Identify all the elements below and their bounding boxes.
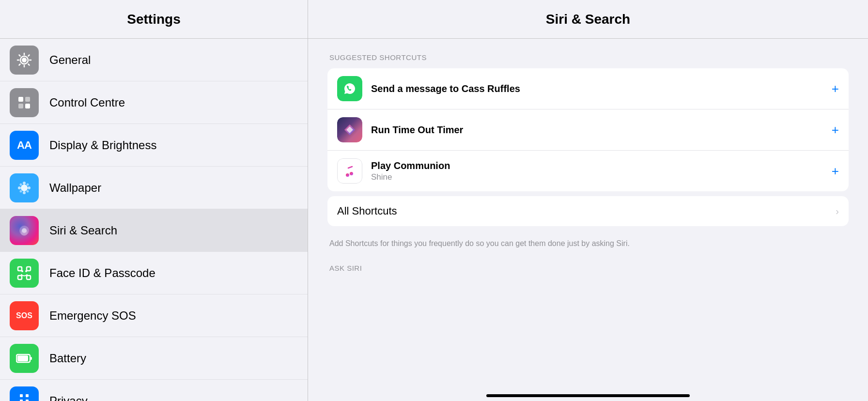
settings-header: Settings: [0, 0, 308, 39]
privacy-icon: [10, 386, 39, 401]
shortcut-text-music: Play Communion Shine: [371, 160, 827, 182]
sos-icon: SOS: [10, 301, 39, 330]
display-icon: AA: [10, 131, 39, 160]
svg-point-37: [350, 172, 353, 175]
control-icon: [10, 88, 39, 117]
shortcuts-app-icon: [337, 117, 362, 142]
svg-point-0: [22, 58, 27, 62]
svg-point-6: [21, 185, 28, 191]
sidebar-item-display[interactable]: AA Display & Brightness: [0, 124, 308, 167]
sidebar-label-faceid: Face ID & Passcode: [49, 266, 155, 280]
sidebar-item-privacy[interactable]: Privacy: [0, 380, 308, 401]
svg-rect-26: [31, 357, 32, 360]
svg-point-10: [28, 186, 31, 189]
svg-rect-19: [27, 267, 31, 271]
svg-rect-4: [18, 104, 23, 108]
sidebar-item-wallpaper[interactable]: Wallpaper: [0, 167, 308, 209]
svg-point-17: [22, 228, 27, 233]
settings-list: General Control Centre AA Display & Brig…: [0, 39, 308, 401]
svg-point-9: [18, 186, 21, 189]
svg-rect-28: [20, 400, 23, 401]
svg-rect-2: [18, 97, 23, 102]
svg-point-12: [27, 183, 29, 185]
sidebar-item-siri[interactable]: Siri & Search: [0, 209, 308, 252]
svg-rect-31: [26, 400, 29, 401]
sidebar-label-battery: Battery: [49, 352, 86, 365]
faceid-icon: [10, 259, 39, 288]
svg-rect-5: [25, 104, 30, 108]
shortcut-item-shortcuts[interactable]: Run Time Out Timer +: [327, 109, 849, 151]
detail-panel: Siri & Search SUGGESTED SHORTCUTS: [308, 0, 868, 401]
sidebar-label-sos: Emergency SOS: [49, 309, 136, 323]
home-indicator: [486, 394, 690, 397]
svg-point-36: [346, 173, 349, 177]
whatsapp-app-icon: [337, 76, 362, 101]
sidebar-label-display: Display & Brightness: [49, 139, 156, 152]
svg-point-13: [20, 190, 22, 192]
sidebar-label-general: General: [49, 53, 91, 67]
all-shortcuts-card: All Shortcuts ›: [327, 196, 849, 226]
battery-icon: [10, 344, 39, 373]
svg-point-14: [27, 190, 29, 192]
all-shortcuts-title: All Shortcuts: [337, 205, 831, 217]
svg-point-23: [25, 270, 27, 272]
shortcut-title-shortcuts: Run Time Out Timer: [371, 124, 827, 136]
general-icon: [10, 46, 39, 75]
chevron-right-icon: ›: [836, 206, 839, 217]
add-shortcut-whatsapp[interactable]: +: [832, 81, 839, 96]
ask-siri-label: ASK SIRI: [327, 264, 849, 272]
shortcut-item-music[interactable]: Play Communion Shine +: [327, 151, 849, 191]
shortcut-subtitle-music: Shine: [371, 172, 827, 182]
shortcut-text-shortcuts: Run Time Out Timer: [371, 124, 827, 136]
svg-rect-18: [18, 267, 22, 271]
music-app-icon: [337, 158, 362, 184]
svg-rect-30: [26, 394, 29, 397]
settings-sidebar: Settings General: [0, 0, 308, 401]
whatsapp-icon-bg: [337, 76, 362, 101]
add-shortcut-shortcuts[interactable]: +: [832, 123, 839, 138]
sidebar-item-sos[interactable]: SOS Emergency SOS: [0, 294, 308, 337]
sidebar-item-faceid[interactable]: Face ID & Passcode: [0, 252, 308, 294]
shortcut-text-whatsapp: Send a message to Cass Ruffles: [371, 83, 827, 94]
detail-title: Siri & Search: [546, 12, 630, 27]
shortcut-title-music: Play Communion: [371, 160, 827, 171]
sidebar-item-battery[interactable]: Battery: [0, 337, 308, 380]
svg-rect-20: [18, 276, 22, 279]
svg-point-11: [20, 183, 22, 185]
svg-point-8: [23, 191, 26, 194]
sidebar-label-wallpaper: Wallpaper: [49, 181, 101, 195]
shortcut-item-whatsapp[interactable]: Send a message to Cass Ruffles +: [327, 68, 849, 109]
wallpaper-icon: [10, 173, 39, 202]
svg-rect-27: [20, 394, 23, 397]
sidebar-label-privacy: Privacy: [49, 394, 88, 401]
add-shortcut-music[interactable]: +: [832, 164, 839, 179]
suggested-shortcuts-label: SUGGESTED SHORTCUTS: [327, 53, 849, 62]
svg-rect-21: [27, 276, 31, 279]
svg-point-22: [21, 270, 23, 272]
detail-content: SUGGESTED SHORTCUTS Send a message to Ca…: [308, 39, 868, 385]
all-shortcuts-row[interactable]: All Shortcuts ›: [327, 196, 849, 226]
shortcut-title-whatsapp: Send a message to Cass Ruffles: [371, 83, 827, 94]
sidebar-item-control[interactable]: Control Centre: [0, 81, 308, 124]
svg-rect-3: [25, 97, 30, 102]
settings-title: Settings: [127, 12, 180, 27]
sidebar-label-siri: Siri & Search: [49, 224, 117, 237]
detail-header: Siri & Search: [308, 0, 868, 39]
svg-point-7: [23, 182, 26, 185]
music-icon-bg: [337, 158, 362, 184]
shortcuts-icon-bg: [337, 117, 362, 142]
sidebar-label-control: Control Centre: [49, 96, 125, 109]
shortcuts-footer-text: Add Shortcuts for things you frequently …: [327, 231, 849, 254]
home-bar: [308, 385, 868, 401]
siri-icon: [10, 216, 39, 245]
shortcuts-card: Send a message to Cass Ruffles +: [327, 68, 849, 191]
sidebar-item-general[interactable]: General: [0, 39, 308, 81]
svg-rect-25: [17, 355, 28, 361]
